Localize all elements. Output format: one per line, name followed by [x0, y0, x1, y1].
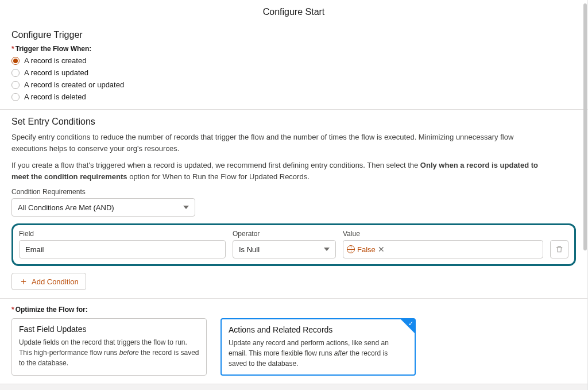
- condition-value-chip[interactable]: False ✕: [343, 245, 388, 254]
- remove-chip-icon[interactable]: ✕: [378, 245, 385, 254]
- condition-requirements-value: All Conditions Are Met (AND): [18, 203, 114, 212]
- condition-field-input[interactable]: Email: [19, 240, 226, 258]
- trigger-option-label: A record is deleted: [24, 92, 86, 101]
- configure-trigger-section: Configure Trigger Trigger the Flow When:…: [0, 23, 587, 109]
- condition-row: Field Email Operator Is Null: [19, 230, 568, 258]
- radio-icon: [11, 93, 20, 101]
- entry-conditions-help-1: Specify entry conditions to reduce the n…: [11, 132, 540, 154]
- scrollbar[interactable]: [583, 3, 587, 250]
- add-condition-button[interactable]: ＋ Add Condition: [11, 273, 86, 290]
- trigger-option-label: A record is updated: [24, 68, 88, 77]
- trigger-option-created-or-updated[interactable]: A record is created or updated: [11, 80, 576, 89]
- trigger-option-label: A record is created or updated: [24, 80, 124, 89]
- condition-value-input[interactable]: False ✕: [343, 240, 543, 258]
- radio-icon: [11, 81, 20, 89]
- check-icon: ✓: [408, 320, 413, 327]
- trigger-options: A record is created A record is updated …: [11, 56, 576, 101]
- optimize-card-fast-field-updates[interactable]: Fast Field Updates Update fields on the …: [11, 318, 207, 376]
- condition-operator-value: Is Null: [239, 245, 260, 254]
- chevron-down-icon: [324, 248, 330, 251]
- global-constant-icon: [347, 245, 355, 253]
- trigger-option-created[interactable]: A record is created: [11, 56, 576, 65]
- optimize-card-title: Actions and Related Records: [229, 325, 408, 334]
- condition-requirements-label: Condition Requirements: [11, 188, 576, 196]
- optimize-card-actions-and-related[interactable]: ✓ Actions and Related Records Update any…: [220, 318, 416, 376]
- condition-operator-label: Operator: [233, 230, 336, 238]
- configure-trigger-heading: Configure Trigger: [11, 30, 576, 40]
- optimize-card-desc: Update fields on the record that trigger…: [19, 337, 199, 368]
- trigger-when-label: Trigger the Flow When:: [11, 45, 576, 53]
- modal-title: Configure Start: [0, 0, 587, 23]
- trigger-option-deleted[interactable]: A record is deleted: [11, 92, 576, 101]
- add-condition-label: Add Condition: [32, 277, 79, 286]
- trash-icon: [555, 245, 563, 253]
- optimize-section: Optimize the Flow for: Fast Field Update…: [0, 298, 587, 384]
- condition-row-highlight: Field Email Operator Is Null: [11, 223, 576, 266]
- condition-value-label: Value: [343, 230, 543, 238]
- chevron-down-icon: [183, 206, 189, 209]
- plus-icon: ＋: [19, 277, 28, 286]
- delete-condition-button[interactable]: [550, 240, 568, 258]
- condition-value-text: False: [357, 245, 376, 254]
- optimize-label: Optimize the Flow for:: [11, 306, 576, 314]
- modal-footer: Cancel Done: [0, 384, 587, 390]
- entry-conditions-help-2: If you create a flow that's triggered wh…: [11, 160, 540, 182]
- entry-conditions-heading: Set Entry Conditions: [11, 117, 576, 127]
- condition-field-value: Email: [25, 245, 44, 254]
- trigger-option-label: A record is created: [24, 56, 86, 65]
- optimize-card-desc: Update any record and perform actions, l…: [229, 338, 408, 369]
- optimize-card-title: Fast Field Updates: [19, 325, 199, 334]
- trigger-option-updated[interactable]: A record is updated: [11, 68, 576, 77]
- radio-icon: [11, 57, 20, 65]
- condition-field-label: Field: [19, 230, 226, 238]
- condition-operator-select[interactable]: Is Null: [233, 240, 336, 258]
- entry-conditions-section: Set Entry Conditions Specify entry condi…: [0, 109, 587, 298]
- condition-requirements-select[interactable]: All Conditions Are Met (AND): [11, 198, 195, 217]
- radio-icon: [11, 69, 20, 77]
